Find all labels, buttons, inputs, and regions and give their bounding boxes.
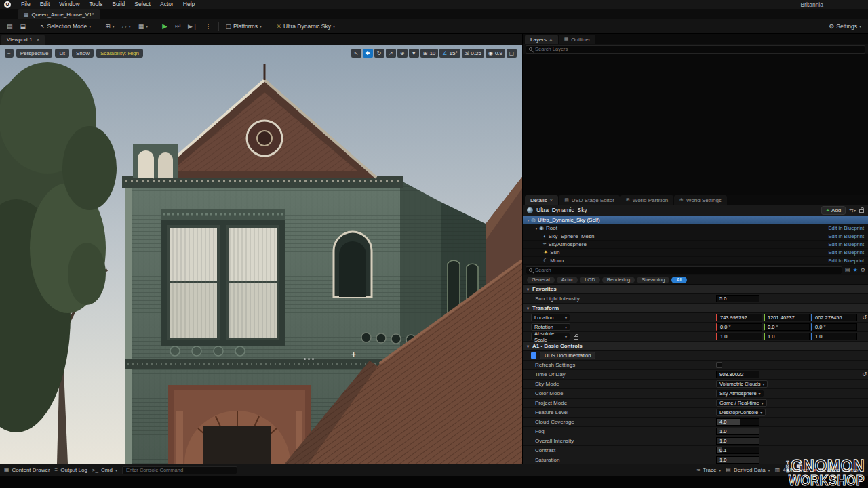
settings-dropdown[interactable]: ⚙ Settings ▾ bbox=[825, 22, 865, 31]
filter-chip-actor[interactable]: Actor bbox=[557, 277, 578, 283]
cmd-dropdown[interactable]: >_ Cmd ▾ bbox=[92, 467, 117, 473]
scalability-warning[interactable]: Scalability: High bbox=[96, 49, 143, 58]
cloud-coverage-slider[interactable]: 4.0 bbox=[716, 418, 760, 426]
sky-mode-dropdown[interactable]: Volumetric Clouds▾ bbox=[716, 380, 768, 388]
angle-snap-control[interactable]: ∠15° bbox=[439, 49, 460, 58]
section-basic-controls[interactable]: ▾ A1 - Basic Controls bbox=[523, 342, 868, 351]
color-mode-dropdown[interactable]: Sky Atmosphere▾ bbox=[716, 390, 764, 397]
details-search-input[interactable] bbox=[535, 267, 839, 273]
contrast-slider[interactable]: 0.1 bbox=[716, 447, 760, 454]
camera-speed-control[interactable]: ◉0.9 bbox=[486, 49, 505, 58]
fog-slider[interactable]: 1.0 bbox=[716, 428, 760, 435]
details-search-box[interactable] bbox=[526, 266, 842, 274]
tab-outliner[interactable]: ▦ Outliner bbox=[559, 35, 596, 44]
output-log-button[interactable]: ≡ Output Log bbox=[55, 467, 87, 473]
gear-icon[interactable]: ⚙ bbox=[861, 267, 865, 273]
edit-in-blueprint-link[interactable]: Edit in Blueprint bbox=[828, 233, 864, 239]
trace-dropdown[interactable]: ≈ Trace ▾ bbox=[697, 467, 722, 473]
derived-data-dropdown[interactable]: ▤ Derived Data ▾ bbox=[726, 467, 770, 473]
refresh-settings-checkbox[interactable] bbox=[716, 362, 722, 368]
tree-row-sky-sphere-mesh[interactable]: ◐ Sky_Sphere_Mesh Edit in Blueprint bbox=[523, 232, 868, 241]
edit-in-blueprint-link[interactable]: Edit in Blueprint bbox=[828, 241, 864, 247]
viewport-render[interactable] bbox=[0, 45, 522, 464]
content-import-button[interactable]: ⬓ bbox=[17, 22, 30, 31]
viewport-options-button[interactable]: ≡ bbox=[5, 49, 14, 58]
surface-snap-button[interactable]: ▼ bbox=[409, 49, 419, 58]
edit-in-blueprint-link[interactable]: Edit in Blueprint bbox=[828, 225, 864, 231]
edit-in-blueprint-link[interactable]: Edit in Blueprint bbox=[828, 249, 864, 256]
sun-light-intensity-field[interactable]: 5.0 bbox=[716, 295, 760, 302]
location-dropdown[interactable]: Location▾ bbox=[531, 314, 570, 321]
lit-dropdown[interactable]: Lit bbox=[55, 49, 68, 58]
grid-snap-control[interactable]: ⊞10 bbox=[420, 49, 439, 58]
layers-list-empty[interactable] bbox=[523, 54, 868, 195]
step-button[interactable]: ▶❘ bbox=[184, 22, 201, 31]
rotate-tool-button[interactable]: ↻ bbox=[374, 49, 384, 58]
maximize-viewport-button[interactable]: ▢ bbox=[507, 49, 517, 58]
tab-details[interactable]: Details × bbox=[525, 195, 558, 205]
ultra-dynamic-sky-dropdown[interactable]: ☀ Ultra Dynamic Sky ▾ bbox=[273, 22, 338, 31]
tab-world-partition[interactable]: ⊞ World Partition bbox=[620, 195, 673, 205]
scale-x-field[interactable]: 1.0 bbox=[716, 333, 762, 340]
time-of-day-field[interactable]: 908.80022 bbox=[716, 371, 760, 378]
play-button[interactable]: ▶ bbox=[159, 21, 171, 31]
scale-snap-control[interactable]: ⇲0.25 bbox=[462, 49, 484, 58]
menu-file[interactable]: File bbox=[16, 0, 35, 9]
tree-row-self[interactable]: ▾ ◍ Ultra_Dynamic_Sky (Self) bbox=[523, 216, 868, 224]
layers-search-input[interactable] bbox=[535, 46, 862, 52]
gizmo-handle-dots[interactable] bbox=[304, 358, 314, 360]
filter-chip-all[interactable]: All bbox=[671, 277, 686, 283]
perspective-dropdown[interactable]: Perspective bbox=[16, 49, 53, 58]
location-z-field[interactable]: 602.278455 bbox=[811, 314, 857, 321]
menu-help[interactable]: Help bbox=[178, 0, 199, 9]
filter-chip-streaming[interactable]: Streaming bbox=[637, 277, 669, 283]
edit-in-blueprint-link[interactable]: Edit in Blueprint bbox=[828, 258, 864, 264]
reset-to-default-icon[interactable]: ↺ bbox=[862, 314, 867, 321]
viewport[interactable]: ≡ Perspective Lit Show Scalability: High… bbox=[0, 45, 522, 464]
close-icon[interactable]: × bbox=[549, 37, 553, 43]
menu-edit[interactable]: Edit bbox=[35, 0, 55, 9]
expand-options-icon[interactable]: ⇆▾ bbox=[849, 207, 856, 214]
quick-add-button[interactable]: ⊞▾ bbox=[102, 22, 118, 31]
menu-window[interactable]: Window bbox=[54, 0, 84, 9]
menu-actor[interactable]: Actor bbox=[155, 0, 178, 9]
tab-usd-stage-editor[interactable]: ▤ USD Stage Editor bbox=[559, 195, 620, 205]
overall-intensity-slider[interactable]: 1.0 bbox=[716, 437, 760, 445]
menu-tools[interactable]: Tools bbox=[85, 0, 108, 9]
reset-to-default-icon[interactable]: ↺ bbox=[862, 371, 867, 378]
view-options-icon[interactable]: ▤ bbox=[845, 267, 850, 273]
close-icon[interactable]: × bbox=[549, 197, 553, 203]
viewport-tab[interactable]: Viewport 1 × bbox=[1, 35, 45, 45]
tree-row-moon[interactable]: ☾ Moon Edit in Blueprint bbox=[523, 257, 868, 265]
chevron-down-icon[interactable]: ▾ bbox=[534, 226, 539, 230]
rotation-dropdown[interactable]: Rotation▾ bbox=[531, 323, 570, 331]
platforms-dropdown[interactable]: ▢ Platforms ▾ bbox=[222, 22, 265, 31]
filter-chip-rendering[interactable]: Rendering bbox=[602, 277, 635, 283]
feature-level-dropdown[interactable]: Desktop/Console▾ bbox=[716, 409, 766, 416]
saturation-slider[interactable]: 1.0 bbox=[716, 456, 760, 464]
skip-button[interactable]: ⏭ bbox=[172, 21, 184, 31]
tab-world-settings[interactable]: ⊕ World Settings bbox=[674, 195, 727, 205]
lock-icon[interactable] bbox=[859, 209, 864, 213]
show-dropdown[interactable]: Show bbox=[72, 49, 94, 58]
location-y-field[interactable]: 1201.40237 bbox=[764, 314, 810, 321]
tree-row-sky-atmosphere[interactable]: ≈ SkyAtmosphere Edit in Blueprint bbox=[523, 241, 868, 249]
close-icon[interactable]: × bbox=[37, 37, 40, 43]
revision-control-dropdown[interactable]: ● Revision Control ▾ bbox=[813, 467, 864, 473]
select-tool-button[interactable]: ↖ bbox=[351, 49, 361, 58]
selection-mode-dropdown[interactable]: ↖ Selection Mode ▾ bbox=[37, 22, 94, 31]
move-tool-button[interactable]: ✚ bbox=[363, 49, 373, 58]
unsaved-button[interactable]: ▥ 4 Unsaved bbox=[775, 467, 809, 473]
tree-row-sun[interactable]: ☀ Sun Edit in Blueprint bbox=[523, 249, 868, 257]
tree-row-root[interactable]: ▾ ◉ Root Edit in Blueprint bbox=[523, 224, 868, 232]
console-command-input[interactable] bbox=[122, 466, 237, 474]
layers-search-box[interactable] bbox=[526, 45, 865, 54]
menu-build[interactable]: Build bbox=[107, 0, 130, 9]
scale-tool-button[interactable]: ↗ bbox=[386, 49, 396, 58]
save-button[interactable]: ▤ bbox=[3, 22, 16, 31]
section-transform[interactable]: ▾ Transform bbox=[523, 304, 868, 313]
unreal-logo-icon[interactable]: U bbox=[4, 1, 11, 8]
location-x-field[interactable]: 743.999792 bbox=[716, 314, 762, 321]
section-favorites[interactable]: ▾ Favorites bbox=[523, 285, 868, 294]
level-tab[interactable]: ▦ Queen_Anne_House_V1* bbox=[18, 9, 100, 19]
